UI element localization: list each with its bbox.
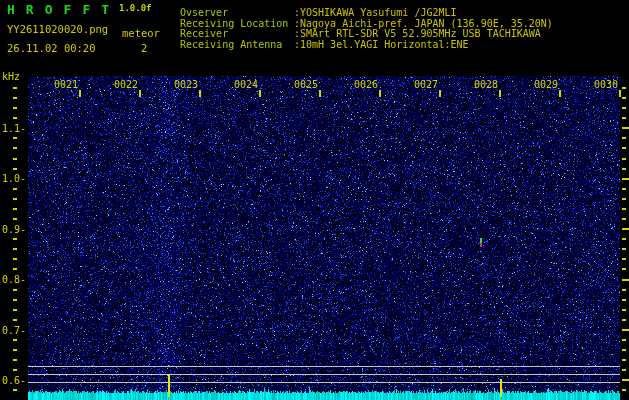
freq-label: 0.6- — [2, 375, 26, 386]
freq-label: 0.9- — [2, 224, 26, 235]
info-value: :Nagoya Aichi-pref. JAPAN (136.90E, 35.2… — [294, 18, 553, 29]
info-value: :SMArt RTL-SDR V5 52.905MHz USB TACHIKAW… — [294, 28, 541, 39]
app-title: H R O F F T — [7, 2, 111, 17]
info-value: :10mH 3el.YAGI Horizontal:ENE — [294, 39, 469, 50]
output-filename: YY2611020020.png — [7, 23, 108, 35]
info-label: Receiving Antenna — [180, 40, 294, 51]
freq-axis-unit: kHz — [2, 71, 20, 82]
meteor-count: 2 — [141, 42, 147, 54]
time-label: 0025 — [293, 79, 318, 90]
info-label: Receiver — [180, 29, 294, 40]
time-label: 0024 — [233, 79, 258, 90]
station-info-block: Ovserver:YOSHIKAWA Yasufumi /JG2MLIRecei… — [180, 8, 553, 50]
time-label: 0027 — [413, 79, 438, 90]
time-label: 0022 — [113, 79, 138, 90]
mode-label: meteor — [122, 27, 160, 39]
time-label: 0026 — [353, 79, 378, 90]
hrofft-window: H R O F F T 1.0.0f YY2611020020.png mete… — [0, 0, 629, 400]
time-label: 0023 — [173, 79, 198, 90]
spectrogram-canvas — [0, 0, 629, 400]
info-row: Receiving Antenna:10mH 3el.YAGI Horizont… — [180, 40, 553, 51]
observation-datetime: 26.11.02 00:20 — [7, 42, 96, 54]
freq-label: 1.0- — [2, 173, 26, 184]
time-label: 0021 — [53, 79, 78, 90]
info-value: :YOSHIKAWA Yasufumi /JG2MLI — [294, 7, 457, 18]
time-label: 0028 — [473, 79, 498, 90]
app-version: 1.0.0f — [119, 3, 152, 13]
freq-label: 1.1- — [2, 123, 26, 134]
freq-label: 0.8- — [2, 274, 26, 285]
freq-label: 0.7- — [2, 325, 26, 336]
time-label: 0030 — [593, 79, 618, 90]
time-label: 0029 — [533, 79, 558, 90]
info-label: Ovserver — [180, 8, 294, 19]
